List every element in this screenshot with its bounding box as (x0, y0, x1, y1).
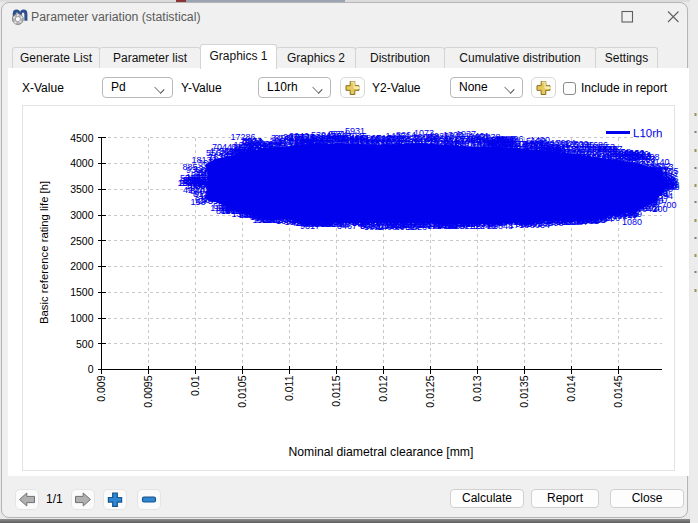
svg-text:3584: 3584 (381, 170, 401, 180)
svg-text:0.013: 0.013 (471, 375, 483, 401)
svg-text:0.0105: 0.0105 (236, 375, 248, 407)
svg-text:5752: 5752 (339, 198, 359, 208)
svg-text:855: 855 (491, 135, 506, 145)
svg-text:0.0095: 0.0095 (142, 375, 154, 407)
svg-text:6218: 6218 (289, 209, 309, 219)
svg-text:1490: 1490 (530, 135, 550, 145)
svg-text:3356: 3356 (384, 193, 404, 203)
svg-text:17286: 17286 (230, 132, 255, 142)
svg-text:5138: 5138 (456, 177, 476, 187)
svg-text:3000: 3000 (70, 209, 94, 221)
svg-text:90: 90 (663, 184, 673, 194)
svg-text:2634: 2634 (361, 219, 381, 229)
svg-text:4000: 4000 (70, 157, 94, 169)
svg-text:889: 889 (464, 205, 479, 215)
svg-text:0.0125: 0.0125 (424, 375, 436, 407)
svg-text:7044: 7044 (212, 142, 232, 152)
svg-text:9317: 9317 (300, 221, 320, 231)
svg-text:5590: 5590 (320, 202, 340, 212)
svg-text:832: 832 (542, 147, 557, 157)
svg-text:9645: 9645 (482, 160, 502, 170)
svg-text:0.01: 0.01 (189, 375, 201, 396)
svg-text:7550: 7550 (512, 195, 532, 205)
svg-text:2500: 2500 (70, 235, 94, 247)
svg-text:500: 500 (76, 338, 94, 350)
svg-text:0.0145: 0.0145 (612, 375, 624, 407)
svg-text:Basic reference rating life [h: Basic reference rating life [h] (38, 181, 50, 324)
svg-text:3848: 3848 (396, 184, 416, 194)
svg-text:2802: 2802 (452, 164, 472, 174)
svg-text:7784: 7784 (395, 209, 415, 219)
svg-text:4212: 4212 (250, 212, 270, 222)
svg-text:5394: 5394 (311, 130, 331, 140)
svg-text:0.0115: 0.0115 (330, 375, 342, 406)
svg-text:13007: 13007 (627, 166, 652, 176)
svg-text:14545: 14545 (507, 172, 532, 182)
svg-text:12412: 12412 (394, 147, 419, 157)
svg-text:9790: 9790 (546, 191, 566, 201)
svg-text:19898: 19898 (538, 218, 563, 228)
svg-text:3500: 3500 (70, 183, 94, 195)
svg-text:8311: 8311 (406, 195, 425, 205)
svg-text:6258: 6258 (589, 212, 609, 222)
svg-text:8407: 8407 (615, 192, 635, 202)
svg-text:2100: 2100 (586, 202, 606, 212)
svg-text:13881: 13881 (268, 148, 293, 158)
svg-text:L10rh: L10rh (633, 127, 662, 139)
svg-text:5931: 5931 (345, 126, 365, 136)
svg-text:14613: 14613 (237, 145, 262, 155)
svg-text:9129: 9129 (198, 170, 218, 180)
svg-text:3668: 3668 (373, 204, 393, 214)
svg-text:4500: 4500 (70, 132, 94, 144)
svg-text:253: 253 (658, 162, 673, 172)
svg-text:19976: 19976 (352, 187, 377, 197)
svg-text:489: 489 (315, 179, 330, 189)
svg-text:7435: 7435 (600, 151, 620, 161)
svg-text:7350: 7350 (438, 221, 458, 231)
svg-text:0.0135: 0.0135 (518, 375, 530, 407)
svg-text:0.012: 0.012 (377, 375, 389, 401)
svg-text:1764: 1764 (422, 172, 442, 182)
svg-text:53: 53 (665, 172, 675, 182)
svg-text:1937: 1937 (456, 129, 476, 139)
svg-text:153: 153 (190, 197, 205, 207)
svg-text:1686: 1686 (588, 140, 608, 150)
svg-text:0.011: 0.011 (283, 375, 295, 401)
svg-text:0.009: 0.009 (95, 375, 107, 401)
svg-text:1000: 1000 (70, 312, 94, 324)
svg-text:0.014: 0.014 (565, 375, 577, 401)
svg-text:2000: 2000 (70, 260, 94, 272)
svg-text:Nominal diametral clearance [m: Nominal diametral clearance [mm] (289, 445, 474, 459)
svg-text:3952: 3952 (395, 222, 415, 232)
svg-text:18747: 18747 (546, 175, 571, 185)
svg-text:2074: 2074 (600, 183, 620, 193)
svg-text:8840: 8840 (216, 206, 236, 216)
svg-text:1447: 1447 (381, 158, 401, 168)
svg-text:3261: 3261 (561, 205, 581, 215)
svg-text:0: 0 (88, 363, 94, 375)
svg-text:1073: 1073 (414, 128, 434, 138)
svg-text:8559: 8559 (587, 163, 607, 173)
svg-text:700: 700 (661, 200, 676, 210)
svg-text:7362: 7362 (234, 174, 254, 184)
svg-text:11234: 11234 (492, 149, 516, 159)
svg-text:253: 253 (640, 154, 655, 164)
svg-text:7368: 7368 (259, 169, 279, 179)
svg-text:14553: 14553 (466, 189, 491, 199)
svg-text:16404: 16404 (574, 150, 599, 160)
svg-text:1080: 1080 (622, 217, 642, 227)
svg-text:885: 885 (182, 162, 197, 172)
svg-text:4343: 4343 (625, 180, 645, 190)
svg-text:2850: 2850 (292, 191, 312, 201)
svg-text:7493: 7493 (297, 175, 317, 185)
svg-text:1500: 1500 (70, 286, 94, 298)
svg-text:2246: 2246 (475, 221, 495, 231)
svg-text:5117: 5117 (484, 169, 503, 179)
svg-text:10087: 10087 (252, 193, 277, 203)
